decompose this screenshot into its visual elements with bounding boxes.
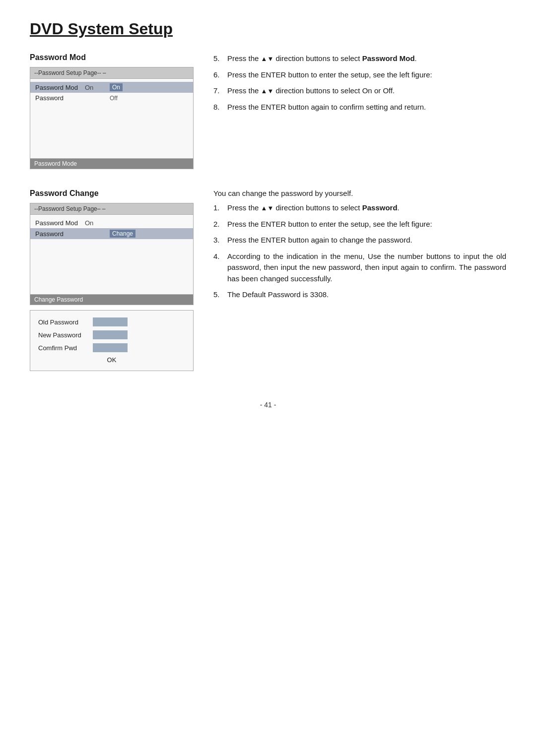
password-change-left: Password Change --Password Setup Page– –… [30, 189, 199, 371]
pc-list-num-5: 5. [213, 289, 227, 301]
new-password-field[interactable] [93, 330, 128, 339]
password-mod-left: Password Mod --Password Setup Page-- – P… [30, 53, 199, 169]
menu-row-pw-change: Password Change [30, 228, 193, 239]
list-item-5: 5. Press the ▲▼ direction buttons to sel… [213, 53, 506, 64]
bold-password: Password [362, 203, 398, 212]
confirm-password-label: Comfirm Pwd [38, 344, 93, 352]
list-item-7: 7. Press the ▲▼ direction buttons to sel… [213, 85, 506, 97]
menu-row-change-option: Change [110, 230, 135, 238]
password-input-box: Old Password New Password Comfirm Pwd OK [30, 310, 194, 371]
menu-row-label-1: Password Mod [35, 84, 85, 91]
pc-list-content-2: Press the ENTER button to enter the setu… [227, 219, 506, 230]
password-mod-instructions: 5. Press the ▲▼ direction buttons to sel… [213, 53, 506, 113]
pc-list-item-4: 4. According to the indication in the me… [213, 251, 506, 285]
new-password-label: New Password [38, 331, 93, 339]
menu-row-pw-mod-label: Password Mod [35, 219, 85, 227]
password-mod-section: Password Mod --Password Setup Page-- – P… [30, 53, 506, 169]
menu-row-option-on: On [110, 83, 123, 91]
password-change-right: You can change the password by yourself.… [213, 189, 506, 371]
menu-row-option-off: Off [110, 95, 118, 102]
password-change-status: Change Password [30, 294, 193, 305]
old-password-label: Old Password [38, 318, 93, 326]
ok-button[interactable]: OK [107, 356, 117, 364]
pc-list-num-3: 3. [213, 235, 227, 246]
password-change-instructions: 1. Press the ▲▼ direction buttons to sel… [213, 202, 506, 301]
list-content-6: Press the ENTER button to enter the setu… [227, 69, 506, 81]
arrow-up-down-1: ▲▼ [261, 55, 274, 63]
page-title: DVD System Setup [30, 20, 506, 38]
page-footer: - 41 - [30, 401, 506, 409]
pc-list-content-5: The Default Password is 3308. [227, 289, 506, 301]
list-content-7: Press the ▲▼ direction buttons to select… [227, 85, 506, 97]
arrow-up-down-2: ▲▼ [261, 87, 274, 95]
list-item-6: 6. Press the ENTER button to enter the s… [213, 69, 506, 81]
old-password-field[interactable] [93, 317, 128, 326]
old-password-row: Old Password [38, 317, 185, 326]
password-mod-right: 5. Press the ▲▼ direction buttons to sel… [213, 53, 506, 169]
password-change-menu-title: --Password Setup Page– – [30, 203, 193, 215]
list-item-8: 8. Press the ENTER button again to confi… [213, 102, 506, 113]
pc-list-content-1: Press the ▲▼ direction buttons to select… [227, 202, 506, 214]
menu-row-pw-change-label: Password [35, 230, 85, 238]
pc-list-content-3: Press the ENTER button again to change t… [227, 235, 506, 246]
password-mod-menu-title: --Password Setup Page-- – [30, 67, 193, 79]
list-num-8: 8. [213, 102, 227, 113]
password-change-section: Password Change --Password Setup Page– –… [30, 189, 506, 371]
pc-list-num-2: 2. [213, 219, 227, 230]
password-mod-menu-box: --Password Setup Page-- – Password Mod O… [30, 67, 194, 169]
password-mod-menu-content: Password Mod On On Password Off [30, 79, 193, 158]
password-change-menu-content: Password Mod On Password Change [30, 215, 193, 294]
pc-list-num-1: 1. [213, 202, 227, 214]
pc-list-item-3: 3. Press the ENTER button again to chang… [213, 235, 506, 246]
menu-row-password-mod: Password Mod On On [30, 82, 193, 93]
list-content-5: Press the ▲▼ direction buttons to select… [227, 53, 506, 64]
password-mod-heading: Password Mod [30, 53, 199, 62]
pc-list-item-5: 5. The Default Password is 3308. [213, 289, 506, 301]
pc-list-content-4: According to the indication in the menu,… [227, 251, 506, 285]
password-change-heading: Password Change [30, 189, 199, 198]
arrow-up-down-3: ▲▼ [261, 204, 274, 212]
password-change-menu-box: --Password Setup Page– – Password Mod On… [30, 203, 194, 305]
pc-list-item-2: 2. Press the ENTER button to enter the s… [213, 219, 506, 230]
list-num-7: 7. [213, 85, 227, 97]
list-num-5: 5. [213, 53, 227, 64]
confirm-password-row: Comfirm Pwd [38, 343, 185, 352]
confirm-password-field[interactable] [93, 343, 128, 352]
menu-row-value-1: On [85, 84, 110, 91]
menu-row-pw-mod-val: On [85, 219, 110, 227]
ok-button-row: OK [38, 356, 185, 364]
menu-row-pw-mod: Password Mod On [30, 218, 193, 228]
menu-row-password: Password Off [30, 93, 193, 103]
password-change-intro: You can change the password by yourself. [213, 189, 506, 197]
list-content-8: Press the ENTER button again to confirm … [227, 102, 506, 113]
bold-password-mod: Password Mod [362, 54, 415, 63]
menu-row-label-2: Password [35, 94, 85, 102]
pc-list-num-4: 4. [213, 251, 227, 285]
password-mod-status: Password Mode [30, 158, 193, 169]
list-num-6: 6. [213, 69, 227, 81]
new-password-row: New Password [38, 330, 185, 339]
pc-list-item-1: 1. Press the ▲▼ direction buttons to sel… [213, 202, 506, 214]
